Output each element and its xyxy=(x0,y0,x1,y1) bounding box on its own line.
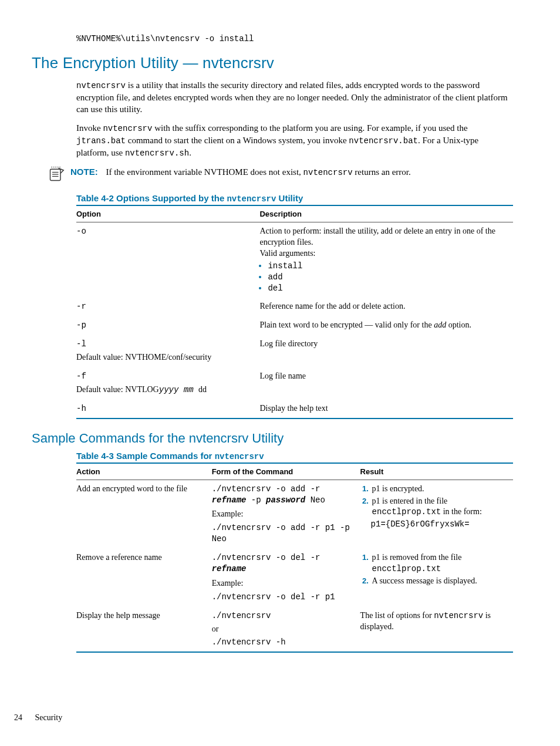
list-item: p1 is removed from the file encctlprop.t… xyxy=(371,552,508,575)
caption-code: nvtencrsrv xyxy=(227,194,276,204)
th-result: Result xyxy=(360,463,513,480)
text: dd xyxy=(198,385,207,394)
option-f: -f xyxy=(76,372,86,381)
list-item: p1 is entered in the file encctlprop.txt… xyxy=(371,496,508,518)
table-row: Display the help message ./nvtencrsrv or… xyxy=(76,606,513,652)
italic-add: add xyxy=(434,320,446,329)
arg-install: install xyxy=(268,261,302,271)
cmd: ./nvtencrsrv -o del -r xyxy=(212,553,321,562)
table-caption-sample: Table 4-3 Sample Commands for nvtencrsrv xyxy=(76,451,513,461)
example-label: Example: xyxy=(212,509,356,520)
paragraph-invoke: Invoke nvtencrsrv with the suffix corres… xyxy=(76,122,513,159)
caption-text: Table 4-3 Sample Commands for xyxy=(76,451,215,461)
cell-desc: Reference name for the add or delete act… xyxy=(259,298,513,316)
code-nvtencrsrv: nvtencrsrv xyxy=(434,611,483,620)
cell-desc: Log file directory xyxy=(259,335,513,367)
default-value: Default value: NVTHOME/conf/security xyxy=(76,352,255,363)
text: The list of options for xyxy=(360,611,434,620)
cmd-arg-refname: refname xyxy=(212,495,247,505)
example-label: Example: xyxy=(212,578,356,589)
code-nvtencrsrv: nvtencrsrv xyxy=(303,168,353,177)
text: command to start the client on a Windows… xyxy=(126,136,349,145)
list-item: add xyxy=(268,272,508,283)
file-encctlprop: encctlprop.txt xyxy=(372,564,441,573)
th-option: Option xyxy=(76,205,259,222)
cell-result: The list of options for nvtencrsrv is di… xyxy=(360,606,513,652)
section-title-sample-commands: Sample Commands for the nvtencrsrv Utili… xyxy=(32,431,513,446)
text: with the suffix corresponding to the pla… xyxy=(152,123,467,133)
default-value: Default value: NVTLOGyyyy mm dd xyxy=(76,384,255,396)
cell-action: Display the help message xyxy=(76,606,212,652)
text: Invoke xyxy=(76,123,103,133)
code-nvtencrsrv: nvtencrsrv xyxy=(103,124,152,133)
note-label: NOTE: xyxy=(70,167,98,177)
caption-text: Utility xyxy=(276,193,303,203)
example-cmd: ./nvtencrsrv -o del -r p1 xyxy=(212,592,356,603)
code-jtrans-bat: jtrans.bat xyxy=(76,136,126,146)
caption-code: nvtencrsrv xyxy=(215,452,264,461)
top-command: %NVTHOME%\utils\nvtencsrv -o install xyxy=(76,34,513,43)
table-options: Option Description -o Action to perform:… xyxy=(76,205,513,419)
italic-date: yyyy mm xyxy=(159,385,198,394)
cell-action: Remove a reference name xyxy=(76,549,212,607)
option-r: -r xyxy=(76,302,86,311)
text: Action to perform: install the utility, … xyxy=(259,227,495,247)
code-nvtencrsrv-bat: nvtencrsrv.bat xyxy=(349,136,418,146)
cell-form: ./nvtencrsrv or ./nvtencrsrv -h xyxy=(212,606,360,652)
list-item: del xyxy=(268,283,508,294)
code-nvtencrsrv: nvtencrsrv xyxy=(76,81,126,90)
cell-desc: Display the help text xyxy=(259,399,513,418)
page-number: 24 xyxy=(14,713,22,722)
cmd: ./nvtencrsrv -h xyxy=(212,637,356,648)
table-row: -p Plain text word to be encrypted — val… xyxy=(76,316,513,335)
note-icon xyxy=(48,166,65,185)
cell-desc: Plain text word to be encrypted — valid … xyxy=(259,316,513,335)
cell-form: ./nvtencrsrv -o add -r refname -p passwo… xyxy=(212,480,360,548)
paragraph-utility-desc: nvtencrsrv is a utility that installs th… xyxy=(76,79,513,115)
option-p: -p xyxy=(76,320,86,330)
cell-desc: Log file name xyxy=(259,367,513,399)
text: is a utility that installs the security … xyxy=(76,80,508,114)
list-item: install xyxy=(268,261,508,272)
cell-desc: Action to perform: install the utility, … xyxy=(259,222,513,298)
list-item: p1 is encrypted. xyxy=(371,484,508,495)
text: p1 is removed from the file xyxy=(372,553,462,562)
list-item: A success message is displayed. xyxy=(371,576,508,587)
cell-form: ./nvtencrsrv -o del -r refname Example: … xyxy=(212,549,360,607)
option-h: -h xyxy=(76,404,86,413)
table-row: -r Reference name for the add or delete … xyxy=(76,298,513,316)
note-block: NOTE: If the environment variable NVTHOM… xyxy=(48,166,513,185)
table-row: -h Display the help text xyxy=(76,399,513,418)
cmd-arg-password: password xyxy=(266,495,305,505)
caption-text: Table 4-2 Options Supported by the xyxy=(76,193,227,203)
option-l: -l xyxy=(76,339,86,349)
text: option. xyxy=(446,320,471,329)
table-caption-options: Table 4-2 Options Supported by the nvten… xyxy=(76,193,513,204)
text: returns an error. xyxy=(353,167,411,177)
cmd: ./nvtencrsrv -o add -r xyxy=(212,484,321,494)
cmd: Neo xyxy=(305,495,325,505)
file-encctlprop: encctlprop.txt xyxy=(372,507,441,517)
option-o: -o xyxy=(76,227,86,236)
table-row: Remove a reference name ./nvtencrsrv -o … xyxy=(76,549,513,607)
th-description: Description xyxy=(259,205,513,222)
th-form: Form of the Command xyxy=(212,463,360,480)
th-action: Action xyxy=(76,463,212,480)
cmd: ./nvtencrsrv xyxy=(212,610,356,622)
text: Default value: NVTLOG xyxy=(76,385,159,394)
note-text: NOTE: If the environment variable NVTHOM… xyxy=(70,166,513,178)
table-row: -o Action to perform: install the utilit… xyxy=(76,222,513,298)
footer-section: Security xyxy=(35,713,63,722)
cell-result: p1 is removed from the file encctlprop.t… xyxy=(360,549,513,607)
text: Valid arguments: xyxy=(259,249,315,258)
example-cmd: ./nvtencrsrv -o add -r p1 -p Neo xyxy=(212,522,356,545)
text: Plain text word to be encrypted — valid … xyxy=(259,320,434,329)
cell-action: Add an encrypted word to the file xyxy=(76,480,212,548)
text: If the environment variable NVTHOME does… xyxy=(106,167,303,177)
code-nvtencrsrv-sh: nvtencrsrv.sh xyxy=(125,148,189,158)
cmd-arg-refname: refname xyxy=(212,564,247,573)
table-row: -l Default value: NVTHOME/conf/security … xyxy=(76,335,513,367)
arg-del: del xyxy=(268,283,282,293)
section-title-encryption-utility: The Encryption Utility — nvtencrsrv xyxy=(32,54,513,72)
cmd: -p xyxy=(246,495,266,505)
